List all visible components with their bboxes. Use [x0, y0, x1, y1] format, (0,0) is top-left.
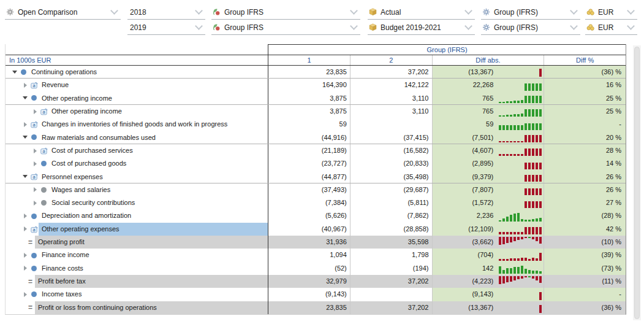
cell-value-1[interactable]: 23,835 [268, 301, 350, 314]
expand-toggle-icon[interactable] [31, 105, 39, 118]
cell-diff-abs[interactable]: (4,607) [432, 144, 544, 157]
collapse-toggle-icon[interactable] [10, 66, 19, 78]
cell-value-1[interactable]: (44,877) [268, 171, 350, 183]
cell-diff-abs[interactable]: (12,109) [432, 223, 544, 236]
expand-toggle-icon[interactable] [21, 223, 29, 236]
cell-value-1[interactable]: (37,493) [268, 183, 350, 196]
row-label-cell[interactable]: aOther operating income [6, 105, 268, 118]
currency-top-select[interactable]: EUR [585, 5, 637, 20]
cell-value-2[interactable] [350, 288, 432, 301]
year-top-select[interactable]: 2018 [127, 5, 205, 20]
row-label-cell[interactable]: aCost of purchased services [6, 144, 268, 157]
cell-diff-pct[interactable]: (28) % [544, 209, 626, 222]
expand-toggle-icon[interactable] [31, 196, 39, 209]
cell-value-1[interactable]: 23,835 [268, 66, 350, 78]
cell-diff-abs[interactable]: (7,501) [432, 131, 544, 144]
structure-top-select[interactable]: Group IFRS [211, 5, 360, 20]
group-filter-top-select[interactable]: Group (IFRS) [481, 5, 580, 20]
cell-diff-pct[interactable]: (39) % [544, 249, 626, 261]
cell-diff-abs[interactable]: 59 [432, 118, 544, 131]
cell-diff-abs[interactable]: (7,807) [432, 183, 544, 196]
expand-toggle-icon[interactable] [21, 209, 29, 222]
cell-value-1[interactable]: 3,875 [268, 92, 350, 104]
cell-diff-pct[interactable]: (73) % [544, 262, 626, 275]
cell-diff-pct[interactable]: 42 % [544, 223, 626, 236]
cell-value-2[interactable]: 1,798 [350, 249, 432, 261]
cell-value-2[interactable]: (28,858) [350, 223, 432, 236]
cell-diff-abs[interactable]: (13,367) [432, 66, 544, 78]
cell-value-1[interactable]: (52) [268, 262, 350, 275]
cell-diff-pct[interactable]: (11) % [544, 275, 626, 288]
cell-diff-abs[interactable]: (704) [432, 249, 544, 261]
cell-value-1[interactable]: (44,916) [268, 131, 350, 144]
row-label-cell[interactable]: Social security contributions [6, 196, 268, 209]
cell-diff-pct[interactable]: (10) % [544, 236, 626, 249]
cell-diff-abs[interactable]: 22,268 [432, 79, 544, 91]
cell-diff-pct[interactable]: 20 % [544, 131, 626, 144]
cell-value-1[interactable]: (9,143) [268, 288, 350, 301]
cell-value-1[interactable]: 3,875 [268, 105, 350, 118]
cell-diff-abs[interactable]: 142 [432, 262, 544, 275]
cell-diff-pct[interactable]: 27 % [544, 196, 626, 209]
cell-value-2[interactable]: (20,833) [350, 157, 432, 170]
cell-diff-abs[interactable]: 765 [432, 105, 544, 118]
row-label-cell[interactable]: Depreciation and amortization [6, 209, 268, 222]
cell-diff-abs[interactable]: (4,223) [432, 275, 544, 288]
cell-value-1[interactable]: (5,626) [268, 209, 350, 222]
expand-toggle-icon[interactable] [21, 249, 29, 261]
cell-value-2[interactable]: 3,110 [350, 105, 432, 118]
row-label-cell[interactable]: aRevenue [6, 79, 268, 91]
cell-value-1[interactable]: (23,727) [268, 157, 350, 170]
row-label-cell[interactable]: Cost of purchased goods [6, 157, 268, 170]
row-label-cell[interactable]: =Profit before tax [6, 275, 268, 288]
cell-value-2[interactable]: 3,110 [350, 92, 432, 104]
cell-value-2[interactable] [350, 118, 432, 131]
row-label-cell[interactable]: =Operating profit [6, 236, 268, 249]
year-bottom-select[interactable]: 2019 [127, 20, 205, 35]
collapse-toggle-icon[interactable] [21, 171, 29, 183]
cell-value-2[interactable]: (37,415) [350, 131, 432, 144]
row-label-cell[interactable]: Continuing operations [6, 66, 268, 78]
cell-diff-pct[interactable]: 26 % [544, 183, 626, 196]
collapse-toggle-icon[interactable] [21, 92, 29, 104]
cell-value-2[interactable]: 37,202 [350, 66, 432, 78]
row-label-cell[interactable]: aChanges in inventories of finished good… [6, 118, 268, 131]
cell-value-1[interactable]: (7,384) [268, 196, 350, 209]
row-label-cell[interactable]: =Profit or loss from continuing operatio… [6, 301, 268, 314]
vertical-scrollbar[interactable] [633, 45, 641, 320]
expand-toggle-icon[interactable] [31, 157, 39, 170]
cell-value-2[interactable]: 37,202 [350, 275, 432, 288]
cell-value-1[interactable]: 32,979 [268, 275, 350, 288]
cell-value-1[interactable]: 59 [268, 118, 350, 131]
expand-toggle-icon[interactable] [21, 288, 29, 301]
group-filter-bottom-select[interactable]: Group (IFRS) [481, 20, 580, 35]
cell-value-1[interactable]: 1,094 [268, 249, 350, 261]
row-label-cell[interactable]: Finance income [6, 249, 268, 261]
cell-value-1[interactable]: (40,967) [268, 223, 350, 236]
cell-value-2[interactable]: (5,811) [350, 196, 432, 209]
cell-value-2[interactable]: (7,862) [350, 209, 432, 222]
row-label-cell[interactable]: aPersonnel expenses [6, 171, 268, 183]
cell-diff-abs[interactable]: (9,379) [432, 171, 544, 183]
currency-bottom-select[interactable]: EUR [585, 20, 637, 35]
comparison-select[interactable]: Open Comparison [5, 5, 121, 20]
cell-diff-abs[interactable]: (3,662) [432, 236, 544, 249]
scenario-top-select[interactable]: Actual [368, 5, 475, 20]
cell-diff-pct[interactable]: 25 % [544, 92, 626, 104]
cell-diff-pct[interactable]: 16 % [544, 79, 626, 91]
cell-diff-pct[interactable]: (36) % [544, 66, 626, 78]
expand-toggle-icon[interactable] [21, 262, 29, 275]
cell-value-2[interactable]: (194) [350, 262, 432, 275]
row-label-cell[interactable]: Other operating income [6, 92, 268, 104]
collapse-toggle-icon[interactable] [21, 131, 29, 144]
cell-diff-pct[interactable]: 25 % [544, 105, 626, 118]
cell-value-1[interactable]: 31,936 [268, 236, 350, 249]
cell-diff-pct[interactable]: (36) % [544, 301, 626, 314]
cell-value-2[interactable]: (16,582) [350, 144, 432, 157]
cell-diff-pct[interactable]: - [544, 118, 626, 131]
expand-toggle-icon[interactable] [31, 144, 39, 157]
expand-toggle-icon[interactable] [31, 183, 39, 196]
cell-diff-abs[interactable]: (2,895) [432, 157, 544, 170]
cell-diff-abs[interactable]: (1,572) [432, 196, 544, 209]
row-label-cell[interactable]: Wages and salaries [6, 183, 268, 196]
